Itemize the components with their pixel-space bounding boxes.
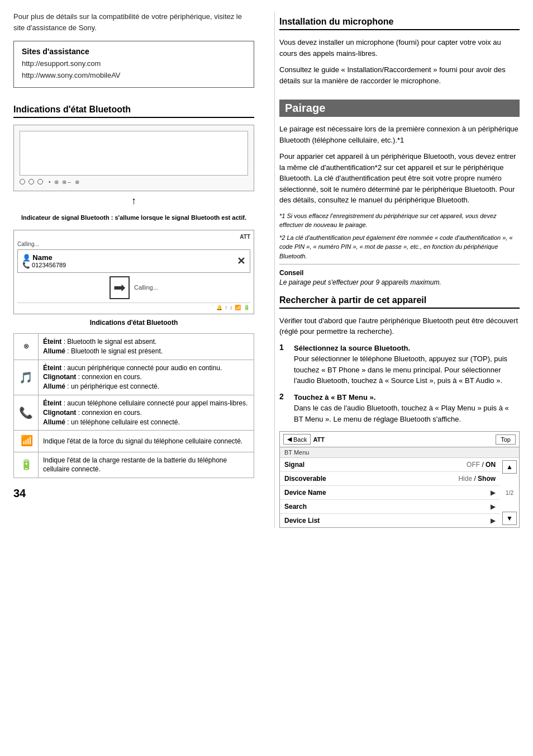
device-list-arrow-icon: ▶ [491, 517, 496, 525]
calling-bottom-bar: 🔔 ↑ ↕ 📶 🔋 [17, 303, 250, 310]
step-2-title: Touchez à « BT Menu ». [294, 393, 375, 401]
bt-menu-back-btn[interactable]: ◀ Back [283, 434, 311, 445]
pairing-intro-2: Pour apparier cet appareil à un périphér… [279, 151, 520, 206]
table-row: 📶 Indique l'état de la force du signal d… [14, 431, 254, 452]
step-2: 2 Touchez à « BT Menu ». Dans le cas de … [279, 392, 520, 425]
bt-menu-content: Signal OFF / ON Discoverable Hide / Show [280, 458, 519, 527]
signal-label: Signal [284, 461, 304, 469]
bt-menu-side-btns: ▲ 1/2 ▼ [500, 458, 519, 527]
calling-label-top: Calling... [17, 241, 250, 247]
bt-menu-top-btn[interactable]: Top [496, 434, 516, 445]
signal-value: OFF / ON [467, 461, 496, 469]
bt-status-2: Éteint : aucun téléphone cellulaire conn… [39, 395, 254, 430]
bt-icon-4: 🔋 [14, 452, 39, 478]
assistance-url-2: http://www.sony.com/mobileAV [22, 70, 246, 82]
search-label: Search [284, 503, 307, 511]
bt-menu-header: ◀ Back ATT Top [280, 432, 519, 447]
conseil-block: Conseil Le pairage peut s'effectuer pour… [279, 264, 520, 287]
pairing-footnote-1: *1 Si vous effacez l'enregistrement du p… [279, 211, 520, 230]
bt-diagram: • ⊗ ⊗– ⊗ [13, 125, 254, 191]
bt-menu-page-indicator: 1/2 [506, 490, 513, 496]
table-row: 🔋 Indique l'état de la charge restante d… [14, 452, 254, 478]
discoverable-value: Hide / Show [458, 475, 496, 483]
microphone-section-title: Installation du microphone [279, 17, 520, 30]
table-row: 📞 Éteint : aucun téléphone cellulaire co… [14, 395, 254, 430]
step-2-content: Touchez à « BT Menu ». Dans le cas de l'… [294, 392, 520, 425]
step-1-title: Sélectionnez la source Bluetooth. [294, 344, 410, 352]
bt-dot-3 [37, 179, 43, 185]
page-number-block: 34 [13, 487, 254, 500]
step-2-text: Dans le cas de l'audio Bluetooth, touche… [294, 404, 509, 423]
bt-menu-main: Signal OFF / ON Discoverable Hide / Show [280, 458, 500, 527]
steps-list: 1 Sélectionnez la source Bluetooth. Pour… [279, 343, 520, 425]
calling-display: ATT Calling... 👤 Name 📞 0123456789 ✕ ➡ C… [13, 230, 254, 314]
calling-x-btn[interactable]: ✕ [237, 255, 245, 267]
bt-indicator-label: Indicateur de signal Bluetooth : s'allum… [13, 214, 254, 222]
bt-menu-up-btn[interactable]: ▲ [502, 460, 517, 474]
bt-icon-1: 🎵 [14, 360, 39, 395]
bt-status-table: ⊗ Éteint : Bluetooth le signal est absen… [13, 333, 254, 478]
step-1-num: 1 [279, 343, 289, 352]
bt-icon-0: ⊗ [14, 333, 39, 360]
search-section-title: Rechercher à partir de cet appareil [279, 295, 520, 309]
calling-forward-icon: ➡ [110, 276, 130, 299]
bt-menu-att-label: ATT [313, 436, 325, 443]
bt-menu-row-device-name: Device Name ▶ [280, 486, 500, 500]
step-1-content: Sélectionnez la source Bluetooth. Pour s… [294, 343, 520, 386]
microphone-text-1: Vous devez installer un microphone (four… [279, 37, 520, 59]
calling-info-row: 👤 Name 📞 0123456789 ✕ [17, 249, 250, 273]
bt-status-section-title: Indications d'état Bluetooth [13, 105, 254, 118]
bt-arrow-up: ↑ [13, 196, 254, 204]
calling-middle-row: ➡ Calling... [17, 276, 250, 299]
bt-menu-down-btn[interactable]: ▼ [502, 512, 517, 525]
bt-menu-row-discoverable: Discoverable Hide / Show [280, 472, 500, 486]
bt-menu-title: BT Menu [280, 447, 519, 458]
att-label: ATT [240, 234, 250, 240]
bt-icon-2: 📞 [14, 395, 39, 430]
search-intro: Vérifier tout d'abord que l'autre périph… [279, 315, 520, 337]
device-name-label: Device Name [284, 489, 326, 497]
calling-att-bar: ATT [17, 234, 250, 240]
assistance-url-1: http://esupport.sony.com [22, 58, 246, 70]
table-row: ⊗ Éteint : Bluetooth le signal est absen… [14, 333, 254, 360]
step-1-text: Pour sélectionner le téléphone Bluetooth… [294, 355, 507, 385]
table-row: 🎵 Éteint : aucun périphérique connecté p… [14, 360, 254, 395]
calling-diagram-caption: Indications d'état Bluetooth [13, 319, 254, 327]
bt-status-0: Éteint : Bluetooth le signal est absent.… [39, 333, 254, 360]
device-name-arrow-icon: ▶ [491, 489, 496, 497]
bt-status-1: Éteint : aucun périphérique connecté pou… [39, 360, 254, 395]
discoverable-label: Discoverable [284, 475, 326, 483]
bt-dot-2 [28, 179, 34, 185]
step-2-num: 2 [279, 392, 289, 401]
bt-dot-1 [20, 179, 25, 185]
bt-menu-row-search: Search ▶ [280, 500, 500, 514]
pairing-title: Pairage [279, 100, 520, 117]
bt-bar-icons: ⊗ ⊗– ⊗ [54, 179, 80, 185]
assistance-box: Sites d'assistance http://esupport.sony.… [13, 41, 254, 88]
calling-name-block: 👤 Name 📞 0123456789 [22, 253, 66, 269]
pairing-intro-1: Le pairage est nécessaire lors de la pre… [279, 124, 520, 145]
intro-text: Pour plus de détails sur la compatibilit… [13, 11, 254, 33]
bt-display-bottom-bar: • ⊗ ⊗– ⊗ [20, 179, 248, 185]
calling-phone-number: 📞 0123456789 [22, 262, 66, 269]
bt-menu-row-device-list: Device List ▶ [280, 514, 500, 527]
page-number: 34 [13, 487, 26, 499]
device-list-label: Device List [284, 517, 320, 525]
calling-status-text: Calling... [134, 284, 158, 291]
conseil-text: Le pairage peut s'effectuer pour 9 appar… [279, 278, 520, 287]
search-arrow-icon: ▶ [491, 503, 496, 511]
calling-person-icon: 👤 Name [22, 253, 66, 262]
calling-status-icons: 🔔 ↑ ↕ 📶 🔋 [216, 305, 250, 310]
bt-menu-row-signal: Signal OFF / ON [280, 458, 500, 472]
bt-menu-box: ◀ Back ATT Top BT Menu Signal OFF / ON [279, 431, 520, 528]
conseil-label: Conseil [279, 269, 520, 277]
assistance-title: Sites d'assistance [22, 47, 246, 56]
bt-status-4: Indique l'état de la charge restante de … [39, 452, 254, 478]
bt-menu-header-left: ◀ Back ATT [283, 434, 325, 445]
microphone-text-2: Consultez le guide « Installation/Raccor… [279, 64, 520, 86]
pairing-footnote-2: *2 La clé d'authentification peut égalem… [279, 233, 520, 261]
bt-status-3: Indique l'état de la force du signal du … [39, 431, 254, 452]
bt-icon-3: 📶 [14, 431, 39, 452]
step-1: 1 Sélectionnez la source Bluetooth. Pour… [279, 343, 520, 386]
bt-display-top [20, 131, 248, 176]
